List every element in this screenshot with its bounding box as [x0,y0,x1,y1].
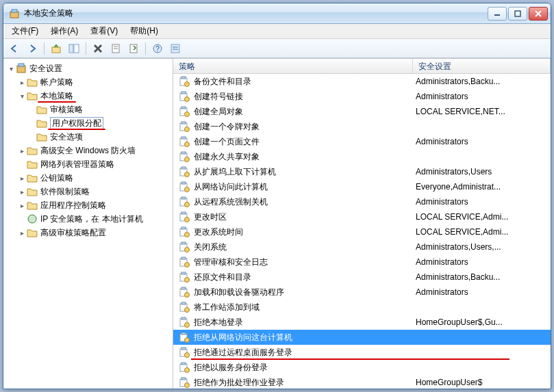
minimize-button[interactable] [488,7,507,21]
tree-node-account-policy[interactable]: ▸ 帐户策略 [3,75,173,89]
policy-name: 更改系统时间 [194,226,243,238]
list-row[interactable]: 管理审核和安全日志Administrators [173,254,551,270]
cell-policy: 备份文件和目录 [173,76,413,88]
svg-point-67 [185,293,190,298]
list-header: 策略 安全设置 [173,59,551,74]
properties-button[interactable] [108,41,124,56]
svg-rect-81 [181,363,186,365]
cell-policy: 更改时区 [173,211,413,223]
menu-view[interactable]: 查看(V) [85,24,123,38]
tree-node-audit-policy[interactable]: 审核策略 [3,103,173,116]
policy-item-icon [179,302,190,313]
menu-help[interactable]: 帮助(H) [125,24,164,38]
expand-icon[interactable]: ▸ [17,228,27,237]
tree-pane[interactable]: ▾ 安全设置 ▸ 帐户策略 ▾ 本地策略 审核策略 用户权限分配 [3,59,173,389]
tree-node-app-control[interactable]: ▸ 应用程序控制策略 [3,198,173,212]
policy-name: 拒绝从网络访问这台计算机 [194,332,292,343]
tree-node-user-rights[interactable]: 用户权限分配 [3,116,173,130]
svg-point-79 [185,353,190,358]
svg-rect-36 [181,137,186,139]
list-row[interactable]: 从网络访问此计算机Everyone,Administrat... [173,179,551,194]
tree-node-adv-audit[interactable]: ▸ 高级审核策略配置 [3,226,173,239]
list-row[interactable]: 创建符号链接Administrators [173,89,551,104]
policy-icon [16,63,27,74]
list-row[interactable]: 拒绝以服务身份登录 [173,360,551,375]
cell-setting: Administrators,Users,... [413,242,551,252]
expand-icon[interactable]: ▸ [17,77,27,87]
tree-node-firewall[interactable]: ▸ 高级安全 Windows 防火墙 [3,144,173,157]
svg-point-52 [185,218,190,222]
tree-node-nlmp[interactable]: 网络列表管理器策略 [3,157,173,171]
list-row[interactable]: 将工作站添加到域 [173,300,551,315]
list-row[interactable]: 备份文件和目录Administrators,Backu... [173,74,551,89]
list-row[interactable]: 还原文件和目录Administrators,Backu... [173,270,551,285]
list-row[interactable]: 创建一个页面文件Administrators [173,134,551,149]
list-body[interactable]: 备份文件和目录Administrators,Backu...创建符号链接Admi… [173,74,551,389]
list-row[interactable]: 从扩展坞上取下计算机Administrators,Users [173,164,551,179]
policy-item-icon [179,151,190,162]
svg-point-31 [185,112,190,117]
list-row[interactable]: 从远程系统强制关机Administrators [173,194,551,209]
cell-policy: 管理审核和安全日志 [173,257,413,268]
svg-rect-72 [181,317,186,319]
close-button[interactable] [529,7,548,21]
collapse-icon[interactable]: ▾ [6,64,16,73]
maximize-button[interactable] [508,7,527,21]
expand-icon[interactable]: ▸ [17,200,27,210]
expand-icon[interactable]: ▸ [17,173,27,183]
up-button[interactable] [48,41,64,56]
list-row[interactable]: 加载和卸载设备驱动程序Administrators [173,285,551,300]
folder-icon [27,227,38,238]
policy-name: 拒绝通过远程桌面服务登录 [194,347,292,358]
svg-rect-63 [181,272,186,274]
folder-icon [27,200,38,211]
toolbar-separator [44,42,45,55]
svg-point-58 [185,248,190,252]
refresh-button[interactable] [167,41,184,56]
list-row[interactable]: 更改系统时间LOCAL SERVICE,Admi... [173,224,551,239]
expand-icon[interactable]: ▸ [17,146,27,155]
tree-root-security-settings[interactable]: ▾ 安全设置 [3,62,173,75]
nav-forward-button[interactable] [24,41,40,56]
list-row[interactable]: 创建永久共享对象 [173,149,551,164]
window-controls [488,7,548,21]
cell-setting: Administrators [413,197,551,207]
svg-rect-66 [181,287,186,289]
list-row[interactable]: 拒绝本地登录HomeGroupUser$,Gu... [173,315,551,330]
tree-label: IP 安全策略，在 本地计算机 [40,213,143,225]
policy-item-icon [179,287,190,298]
policy-name: 拒绝作为批处理作业登录 [194,377,284,389]
expand-icon[interactable]: ▸ [17,187,27,196]
list-row[interactable]: 更改时区LOCAL SERVICE,Admi... [173,209,551,224]
help-button[interactable]: ? [149,41,166,56]
svg-rect-27 [181,92,186,94]
nav-back-button[interactable] [6,41,23,56]
export-button[interactable] [125,41,142,56]
list-row[interactable]: 拒绝从网络访问这台计算机 [173,330,551,345]
column-header-setting[interactable]: 安全设置 [413,59,551,73]
tree-node-sw-restrict[interactable]: ▸ 软件限制策略 [3,185,173,198]
menu-file[interactable]: 文件(F) [6,24,44,38]
tree-node-pubkey[interactable]: ▸ 公钥策略 [3,171,173,185]
delete-button[interactable] [90,41,106,56]
list-row[interactable]: 创建一个令牌对象 [173,119,551,134]
policy-item-icon [179,181,190,192]
tree-node-local-policy[interactable]: ▾ 本地策略 [3,89,173,103]
svg-rect-57 [181,242,186,244]
policy-item-icon [179,211,190,222]
collapse-icon[interactable]: ▾ [17,91,27,101]
cell-setting: LOCAL SERVICE,Admi... [413,227,551,237]
tree-node-ipsec[interactable]: IP 安全策略，在 本地计算机 [3,212,173,226]
tree-label: 安全设置 [29,63,62,75]
list-row[interactable]: 拒绝作为批处理作业登录HomeGroupUser$ [173,375,551,389]
tree-node-security-options[interactable]: 安全选项 [3,130,173,144]
list-row[interactable]: 创建全局对象LOCAL SERVICE,NET... [173,104,551,119]
column-header-policy[interactable]: 策略 [173,59,413,73]
list-row[interactable]: 拒绝通过远程桌面服务登录 [173,345,551,360]
cell-setting: HomeGroupUser$ [413,378,551,387]
show-tree-button[interactable] [66,41,82,56]
policy-name: 创建一个页面文件 [194,136,260,148]
policy-item-icon [179,226,190,237]
menu-action[interactable]: 操作(A) [45,24,84,38]
list-row[interactable]: 关闭系统Administrators,Users,... [173,239,551,254]
